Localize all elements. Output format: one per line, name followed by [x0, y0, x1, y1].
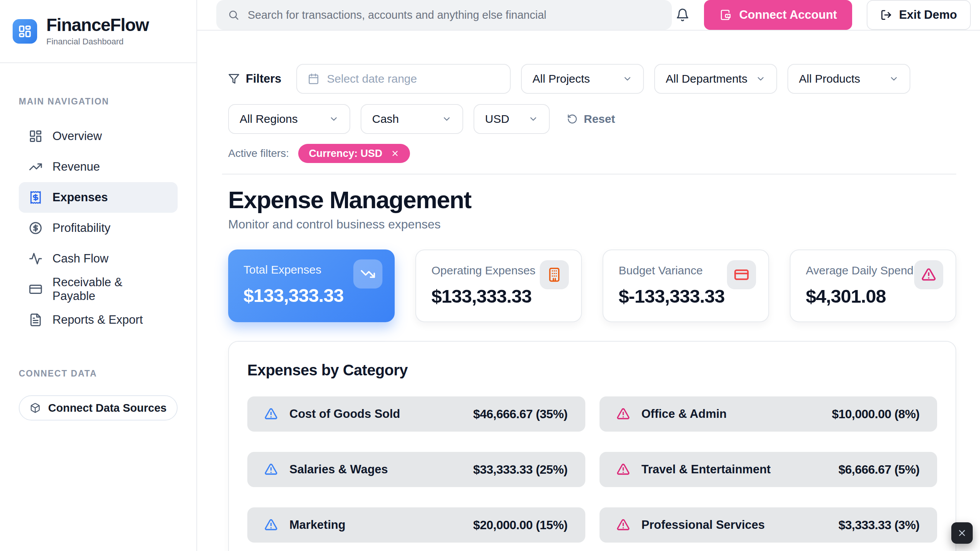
category-row-travel-entertainment: Travel & Entertainment $6,666.67 (5%)	[599, 452, 938, 487]
exit-demo-button[interactable]: Exit Demo	[867, 0, 971, 30]
sidebar-item-label: Reports & Export	[52, 313, 143, 327]
page-subtitle: Monitor and control business expenses	[228, 217, 956, 231]
stat-card-total-expenses[interactable]: Total Expenses $133,333.33	[228, 249, 395, 322]
payment-method-select[interactable]: Cash	[361, 104, 463, 134]
active-filters-row: Active filters: Currency: USD	[228, 144, 956, 163]
filters-row-1: Filters Select date range All Projects A…	[228, 64, 956, 94]
products-select[interactable]: All Products	[787, 64, 910, 94]
alert-triangle-icon	[921, 267, 936, 282]
filters-title: Filters	[228, 72, 281, 86]
brand-name: FinanceFlow	[46, 16, 149, 34]
sidebar-item-label: Overview	[52, 129, 102, 143]
remove-filter-icon[interactable]	[391, 149, 399, 158]
trending-up-icon	[29, 160, 42, 174]
credit-card-icon	[734, 267, 749, 282]
stat-card-budget-variance[interactable]: Budget Variance $-133,333.33	[603, 249, 769, 322]
wallet-icon	[719, 9, 732, 21]
alert-triangle-icon	[264, 463, 278, 476]
sidebar-item-overview[interactable]: Overview	[19, 121, 178, 152]
category-row-office-admin: Office & Admin $10,000.00 (8%)	[599, 396, 938, 432]
circle-dollar-icon	[29, 221, 42, 235]
alert-triangle-icon	[264, 407, 278, 421]
chevron-down-icon	[329, 114, 339, 124]
connect-data-sources-button[interactable]: Connect Data Sources	[19, 395, 178, 421]
alert-triangle-icon	[616, 518, 630, 532]
filter-funnel-icon	[228, 73, 240, 85]
content: Filters Select date range All Projects A…	[197, 31, 980, 551]
stat-card-operating-expenses[interactable]: Operating Expenses $133,333.33	[415, 249, 582, 322]
brand-logo-icon	[13, 19, 37, 44]
sidebar-item-label: Expenses	[52, 191, 108, 204]
panel-title: Expenses by Category	[247, 362, 937, 379]
date-range-picker[interactable]: Select date range	[296, 64, 511, 94]
category-row-marketing: Marketing $20,000.00 (15%)	[247, 507, 585, 543]
stat-card-average-daily-spend[interactable]: Average Daily Spend $4,301.08	[790, 249, 956, 322]
brand-subtitle: Financial Dashboard	[46, 37, 149, 47]
close-overlay-button[interactable]	[951, 522, 973, 544]
sidebar-item-expenses[interactable]: Expenses	[19, 182, 178, 213]
category-row-professional-services: Professional Services $3,333.33 (3%)	[599, 507, 938, 543]
sidebar-item-profitability[interactable]: Profitability	[19, 213, 178, 243]
connect-account-label: Connect Account	[739, 8, 837, 22]
alert-triangle-icon	[264, 518, 278, 532]
topbar: Connect Account Exit Demo	[197, 0, 980, 31]
currency-select[interactable]: USD	[474, 104, 550, 134]
search-bar	[216, 0, 672, 30]
rotate-ccw-icon	[567, 114, 578, 124]
log-out-icon	[880, 9, 892, 21]
stat-cards-row: Total Expenses $133,333.33 Operating Exp…	[228, 249, 956, 322]
projects-select[interactable]: All Projects	[521, 64, 644, 94]
date-range-placeholder: Select date range	[327, 72, 417, 85]
sidebar-item-label: Receivable & Payable	[52, 276, 168, 303]
sidebar-item-reports-export[interactable]: Reports & Export	[19, 305, 178, 335]
building-icon	[547, 267, 562, 282]
exit-demo-label: Exit Demo	[899, 8, 957, 22]
sidebar-item-receivable-payable[interactable]: Receivable & Payable	[19, 274, 178, 305]
category-grid: Cost of Goods Sold $46,666.67 (35%) Offi…	[247, 396, 937, 543]
bell-icon	[676, 8, 689, 22]
category-row-salaries-wages: Salaries & Wages $33,333.33 (25%)	[247, 452, 585, 487]
departments-select[interactable]: All Departments	[654, 64, 777, 94]
filters-row-2: All Regions Cash USD Reset	[228, 104, 956, 134]
category-row-cost-of-goods-sold: Cost of Goods Sold $46,666.67 (35%)	[247, 396, 585, 432]
reset-filters-button[interactable]: Reset	[567, 112, 615, 126]
active-filter-chip-label: Currency: USD	[309, 148, 382, 160]
notifications-button[interactable]	[676, 8, 689, 22]
nav-section-label: MAIN NAVIGATION	[19, 96, 178, 107]
page-title: Expense Management	[228, 186, 956, 214]
connect-data-sources-label: Connect Data Sources	[48, 402, 167, 414]
main-navigation: MAIN NAVIGATION Overview Revenue Expense…	[0, 96, 196, 421]
sidebar-item-cash-flow[interactable]: Cash Flow	[19, 243, 178, 274]
regions-select[interactable]: All Regions	[228, 104, 350, 134]
trending-down-icon	[360, 266, 376, 282]
close-icon	[957, 528, 967, 538]
sidebar-item-label: Cash Flow	[52, 252, 108, 266]
activity-icon	[29, 252, 42, 266]
app-root: FinanceFlow Financial Dashboard MAIN NAV…	[0, 0, 980, 551]
calendar-icon	[308, 73, 319, 85]
chevron-down-icon	[756, 74, 766, 84]
search-icon	[228, 9, 239, 21]
chevron-down-icon	[528, 114, 538, 124]
sidebar: FinanceFlow Financial Dashboard MAIN NAV…	[0, 0, 197, 551]
chevron-down-icon	[889, 74, 899, 84]
section-divider	[222, 174, 956, 174]
expenses-by-category-panel: Expenses by Category Cost of Goods Sold …	[228, 341, 956, 551]
credit-card-icon	[29, 282, 42, 296]
chevron-down-icon	[622, 74, 632, 84]
brand-block: FinanceFlow Financial Dashboard	[0, 0, 196, 63]
active-filters-label: Active filters:	[228, 147, 289, 160]
alert-triangle-icon	[616, 463, 630, 476]
connect-account-button[interactable]: Connect Account	[704, 0, 852, 30]
box-icon	[30, 403, 41, 413]
receipt-icon	[29, 191, 42, 204]
search-input[interactable]	[248, 9, 660, 21]
alert-triangle-icon	[616, 407, 630, 421]
main-area: Connect Account Exit Demo Filters Select…	[197, 0, 980, 551]
chevron-down-icon	[442, 114, 452, 124]
connect-data-section-label: CONNECT DATA	[19, 368, 178, 379]
sidebar-item-revenue[interactable]: Revenue	[19, 152, 178, 182]
sidebar-item-label: Revenue	[52, 160, 100, 174]
active-filter-chip[interactable]: Currency: USD	[298, 144, 410, 163]
sidebar-item-label: Profitability	[52, 221, 111, 235]
